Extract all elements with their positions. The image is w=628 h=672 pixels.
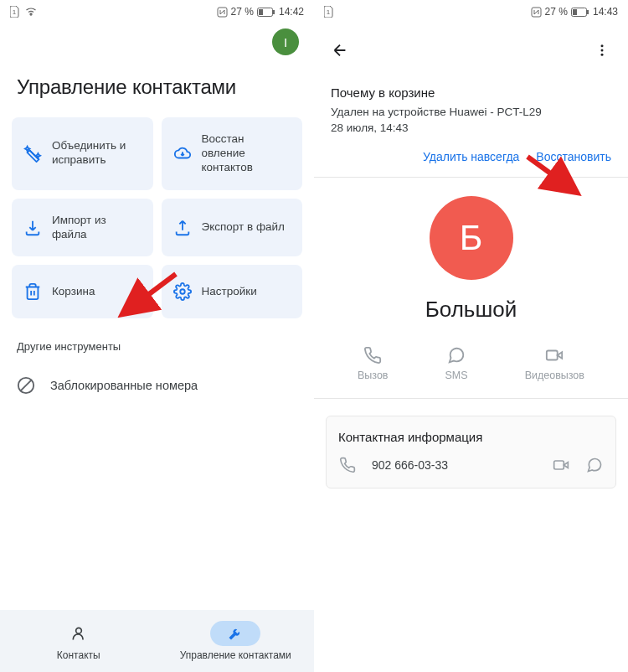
nav-contacts[interactable]: Контакты (0, 610, 157, 672)
call-button[interactable]: Вызов (358, 346, 389, 381)
nfc-icon (531, 7, 542, 18)
cloud-restore-icon (173, 144, 192, 163)
restore-button[interactable]: Восстановить (536, 150, 611, 163)
video-icon (545, 346, 564, 364)
svg-rect-12 (587, 10, 589, 14)
gear-icon (173, 282, 192, 301)
svg-rect-3 (259, 9, 263, 15)
export-icon (173, 219, 192, 237)
video-call-button[interactable]: Видеовызов (525, 346, 584, 381)
status-time: 14:42 (279, 6, 304, 18)
back-button[interactable] (326, 36, 354, 65)
trash-reason-title: Почему в корзине (331, 85, 611, 100)
tile-label: Импорт из файла (52, 214, 142, 242)
tile-export[interactable]: Экспорт в файл (162, 199, 303, 257)
tile-label: Корзина (52, 285, 95, 299)
status-bar: 1 27 % 14:42 (0, 0, 314, 23)
trash-reason-device: Удален на устройстве Huawei - PCT-L29 (331, 105, 611, 121)
screen-contact-trash: 1 27 % 14:43 Почему в корзине Удален на … (314, 0, 628, 672)
nfc-icon (217, 7, 228, 18)
svg-point-14 (601, 49, 604, 52)
svg-rect-4 (273, 10, 275, 14)
person-icon (70, 625, 87, 642)
status-time: 14:43 (593, 6, 618, 18)
tile-merge-fix[interactable]: Объединить и исправить (12, 117, 153, 190)
tile-label: Восстан овление контактов (202, 132, 291, 175)
tile-label: Настройки (202, 285, 257, 299)
phone-icon (363, 346, 382, 364)
message-icon[interactable] (585, 456, 604, 474)
account-avatar[interactable]: I (272, 28, 299, 55)
svg-text:1: 1 (13, 8, 17, 16)
sim-icon: 1 (324, 6, 334, 18)
wrench-icon (227, 625, 244, 642)
svg-rect-11 (573, 9, 577, 15)
screen2-header (314, 28, 628, 72)
svg-point-7 (75, 628, 81, 633)
contact-actions: Вызов SMS Видеовызов (314, 328, 628, 399)
phone-icon (338, 456, 357, 474)
contact-block: Б Большой Вызов SMS Видеовызов Контактна… (314, 178, 628, 672)
svg-point-5 (180, 290, 185, 295)
call-label: Вызов (358, 370, 389, 381)
import-icon (23, 219, 42, 237)
battery-icon (571, 8, 589, 17)
sim-icon: 1 (10, 6, 20, 18)
nav-label: Управление контактами (180, 649, 291, 661)
screen-manage-contacts: 1 27 % 14:42 I Управление контактами Объ… (0, 0, 314, 672)
trash-info-panel: Почему в корзине Удален на устройстве Hu… (314, 72, 628, 178)
message-icon (447, 346, 466, 364)
delete-forever-button[interactable]: Удалить навсегда (423, 150, 519, 163)
video-icon[interactable] (552, 456, 570, 474)
list-label: Заблокированные номера (50, 379, 198, 392)
tile-label: Объединить и исправить (52, 139, 142, 168)
tile-settings[interactable]: Настройки (162, 265, 303, 318)
info-card-title: Контактная информация (338, 430, 604, 444)
video-label: Видеовызов (525, 370, 584, 381)
svg-rect-16 (547, 350, 558, 359)
battery-pct: 27 % (545, 6, 568, 18)
contact-info-card: Контактная информация 902 666-03-33 (326, 416, 616, 488)
svg-point-13 (601, 44, 604, 47)
svg-rect-17 (554, 461, 564, 469)
item-blocked-numbers[interactable]: Заблокированные номера (0, 364, 314, 406)
tile-grid: Объединить и исправить Восстан овление к… (0, 117, 314, 318)
battery-icon (257, 8, 275, 17)
app-header: I (0, 23, 314, 60)
wifi-icon (25, 7, 37, 17)
contact-name: Большой (425, 297, 517, 323)
trash-reason-date: 28 июля, 14:43 (331, 121, 611, 137)
tile-import[interactable]: Импорт из файла (12, 199, 153, 257)
sms-button[interactable]: SMS (445, 346, 468, 381)
wand-icon (23, 144, 42, 163)
tile-label: Экспорт в файл (202, 220, 285, 235)
page-title: Управление контактами (0, 60, 314, 117)
blocked-icon (17, 376, 35, 395)
arrow-left-icon (331, 41, 349, 59)
phone-row[interactable]: 902 666-03-33 (338, 456, 604, 474)
dots-vertical-icon (595, 43, 610, 58)
section-other-tools: Другие инструменты (0, 318, 314, 364)
tile-trash[interactable]: Корзина (12, 265, 153, 318)
sms-label: SMS (445, 370, 468, 381)
status-bar: 1 27 % 14:43 (314, 0, 628, 23)
svg-point-15 (601, 54, 604, 56)
contact-avatar: Б (430, 196, 513, 280)
tile-restore-contacts[interactable]: Восстан овление контактов (162, 117, 303, 190)
battery-pct: 27 % (231, 6, 254, 18)
overflow-menu[interactable] (588, 36, 616, 65)
bottom-nav: Контакты Управление контактами (0, 610, 314, 672)
svg-text:1: 1 (327, 8, 331, 16)
nav-label: Контакты (57, 649, 100, 661)
phone-number: 902 666-03-33 (372, 458, 537, 472)
trash-icon (23, 282, 42, 301)
nav-manage[interactable]: Управление контактами (157, 610, 315, 672)
